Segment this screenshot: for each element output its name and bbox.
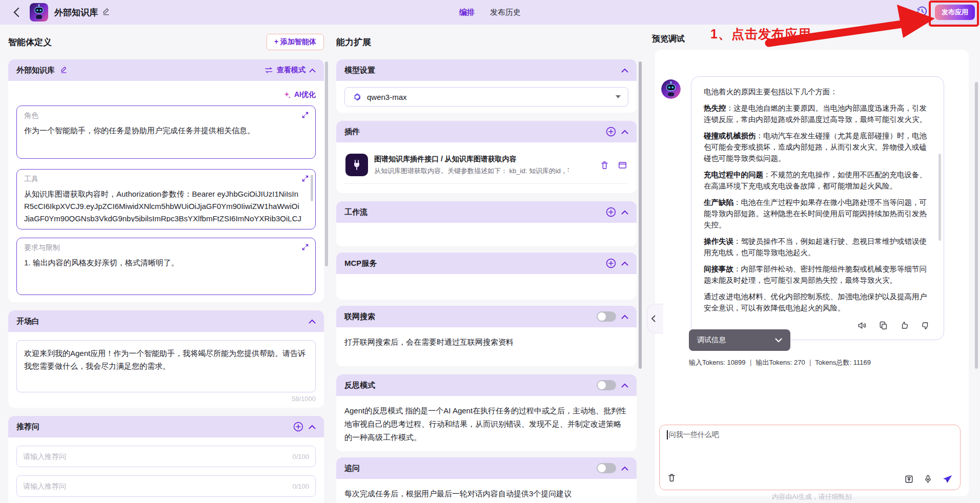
plugin-item[interactable]: 图谱知识库插件接口 / 从知识库图谱获取内容 从知识库图谱获取内容。关键参数描述…	[344, 150, 628, 184]
add-plugin-icon[interactable]	[606, 127, 616, 137]
topbar: 外部知识库 编排 发布历史 发布应用	[0, 0, 980, 25]
suggestion-input-row: 0/100	[16, 446, 316, 467]
suggestion-counter: 0/100	[292, 483, 309, 490]
expand-icon[interactable]	[301, 111, 309, 121]
right-column-scrollbar[interactable]	[975, 82, 978, 369]
web-search-section: 联网搜索 打开联网搜索后，会在需要时通过互联网搜索资料	[336, 306, 637, 366]
chevron-up-icon	[309, 68, 316, 73]
collapse-panel-handle[interactable]	[647, 304, 663, 333]
constraints-field[interactable]: 要求与限制 1. 输出内容的风格友好亲切，格式清晰明了。	[16, 238, 316, 295]
history-clock-icon[interactable]	[916, 6, 928, 19]
ai-generated-note: 内容由AI生成，请仔细甄别	[655, 492, 969, 501]
edit-agent-name-icon[interactable]	[60, 66, 68, 75]
publish-app-button[interactable]: 发布应用	[935, 5, 975, 20]
chat-card: 电池着火的原因主要包括以下几个方面：热失控：这是电池自燃的主要原因。当电池内部温…	[655, 50, 969, 496]
add-mcp-icon[interactable]	[606, 258, 616, 268]
model-settings-section: 模型设置 qwen3-max	[336, 59, 637, 113]
suggestions-title: 推荐问	[16, 422, 39, 432]
model-select[interactable]: qwen3-max	[344, 87, 628, 107]
add-workflow-icon[interactable]	[606, 207, 616, 217]
microphone-icon[interactable]	[923, 474, 933, 484]
reflection-toggle[interactable]	[597, 380, 616, 390]
chevron-up-icon[interactable]	[309, 422, 316, 431]
qwen-logo-icon	[352, 92, 362, 102]
speaker-icon[interactable]	[858, 321, 867, 330]
ability-panel-title: 能力扩展	[336, 36, 371, 48]
plugins-section: 插件 图谱知识库插件接口 / 从知识库图谱获取内容 从知识库图谱获取内容。关键参…	[336, 121, 637, 193]
open-plugin-panel-icon[interactable]	[618, 160, 627, 170]
followup-section: 追问 每次完成任务后，根据用户最后一轮对话内容自动提供3个提问建议	[336, 457, 637, 503]
opening-section: 开场白 欢迎来到我的Agent应用！作为一个智能助手，我将竭尽所能为您提供帮助。…	[8, 310, 324, 408]
textarea-scrollbar[interactable]	[311, 175, 313, 201]
chevron-up-icon[interactable]	[621, 312, 628, 321]
preview-title: 预览调试	[652, 34, 972, 45]
chevron-up-icon[interactable]	[621, 464, 628, 473]
token-stats: 输入Tokens: 10899 ｜ 输出Tokens: 270 ｜ Tokens…	[689, 358, 871, 367]
mcp-section: MCP服务	[336, 253, 637, 300]
chevron-down-icon	[775, 338, 782, 343]
tools-value: 从知识库图谱获取内容时，Authorization参数传：Bearer eyJh…	[24, 188, 308, 222]
chat-input-box[interactable]: 问我一些什么吧	[659, 425, 961, 490]
followup-toggle[interactable]	[597, 463, 616, 473]
debug-info-button[interactable]: 调试信息	[689, 329, 790, 351]
tab-orchestrate[interactable]: 编排	[459, 8, 475, 17]
chevron-down-icon	[616, 95, 621, 98]
sparkle-icon	[282, 91, 291, 99]
reflection-description: Agent的反思模式 指的是一个AI Agent在执行任务的过程中或之后，主动地…	[344, 404, 628, 444]
add-agent-button[interactable]: + 添加智能体	[267, 34, 324, 50]
assistant-message-bubble: 电池着火的原因主要包括以下几个方面：热失控：这是电池自燃的主要原因。当电池内部温…	[691, 76, 944, 340]
tab-publish-history[interactable]: 发布历史	[490, 8, 521, 17]
model-value: qwen3-max	[367, 93, 407, 101]
chevron-up-icon[interactable]	[309, 317, 316, 326]
followup-description: 每次完成任务后，根据用户最后一轮对话内容自动提供3个提问建议	[344, 487, 628, 500]
upload-file-icon[interactable]	[904, 474, 914, 484]
workflow-section: 工作流	[336, 201, 637, 246]
chevron-up-icon[interactable]	[621, 66, 628, 75]
suggestion-input[interactable]	[23, 482, 292, 490]
left-column-scrollbar[interactable]	[325, 61, 328, 266]
thumbs-up-icon[interactable]	[900, 321, 909, 330]
add-suggestion-icon[interactable]	[293, 422, 303, 432]
expand-icon[interactable]	[301, 243, 309, 253]
send-icon[interactable]	[942, 474, 953, 485]
input-actions	[904, 474, 953, 485]
opening-textarea[interactable]: 欢迎来到我的Agent应用！作为一个智能助手，我将竭尽所能为您提供帮助。请告诉我…	[16, 340, 316, 392]
tools-label: 工具	[24, 175, 308, 184]
constraints-label: 要求与限制	[24, 243, 308, 253]
expand-icon[interactable]	[301, 175, 309, 184]
suggestion-counter: 0/100	[292, 453, 309, 460]
tools-field[interactable]: 工具 从知识库图谱获取内容时，Authorization参数传：Bearer e…	[16, 169, 316, 229]
preview-panel: 预览调试 电池着火的原因主要包括以下几个方面：热失控：这是电池自燃的主要原因。当…	[652, 34, 972, 503]
thumbs-down-icon[interactable]	[921, 321, 930, 330]
chat-input-placeholder: 问我一些什么吧	[667, 430, 719, 439]
ai-optimize-button[interactable]: AI优化	[16, 88, 316, 101]
chevron-up-icon[interactable]	[621, 381, 628, 390]
suggestion-input[interactable]	[23, 452, 292, 460]
clear-conversation-icon[interactable]	[667, 473, 677, 485]
delete-plugin-icon[interactable]	[600, 160, 609, 170]
view-mode-toggle[interactable]: 查看模式	[264, 66, 316, 75]
chevron-up-icon[interactable]	[621, 207, 628, 217]
role-value: 作为一个智能助手，你的任务是协助用户完成任务并提供相关信息。	[24, 124, 308, 137]
web-search-description: 打开联网搜索后，会在需要时通过互联网搜索资料	[344, 336, 628, 349]
message-scrollbar[interactable]	[938, 154, 941, 241]
center-tabs: 编排 发布历史	[0, 0, 980, 25]
suggested-questions-section: 推荐问 0/100 0/100 0/100	[8, 416, 324, 503]
settings-gear-icon[interactable]	[899, 6, 909, 19]
constraints-value: 1. 输出内容的风格友好亲切，格式清晰明了。	[24, 257, 308, 269]
reflection-section: 反思模式 Agent的反思模式 指的是一个AI Agent在执行任务的过程中或之…	[336, 374, 637, 451]
web-search-toggle[interactable]	[597, 311, 616, 322]
chevron-up-icon[interactable]	[621, 127, 628, 136]
ability-panel: 能力扩展 模型设置 qwen3-max 插件	[336, 31, 637, 503]
topbar-actions: 发布应用	[899, 0, 975, 25]
middle-column-scrollbar[interactable]	[639, 61, 642, 369]
plugin-title: 图谱知识库插件接口 / 从知识库图谱获取内容	[374, 155, 569, 164]
agent-definition-panel: 智能体定义 + 添加智能体 外部知识库 查看模式 AI优化 角色	[8, 31, 324, 503]
assistant-message-text: 电池着火的原因主要包括以下几个方面：热失控：这是电池自燃的主要原因。当电池内部温…	[704, 86, 931, 313]
suggestion-input-row: 0/100	[16, 475, 316, 497]
assistant-avatar	[661, 79, 681, 99]
opening-title: 开场白	[16, 317, 39, 326]
chevron-up-icon[interactable]	[621, 259, 628, 268]
role-field[interactable]: 角色 作为一个智能助手，你的任务是协助用户完成任务并提供相关信息。	[16, 106, 316, 159]
copy-icon[interactable]	[879, 321, 888, 330]
